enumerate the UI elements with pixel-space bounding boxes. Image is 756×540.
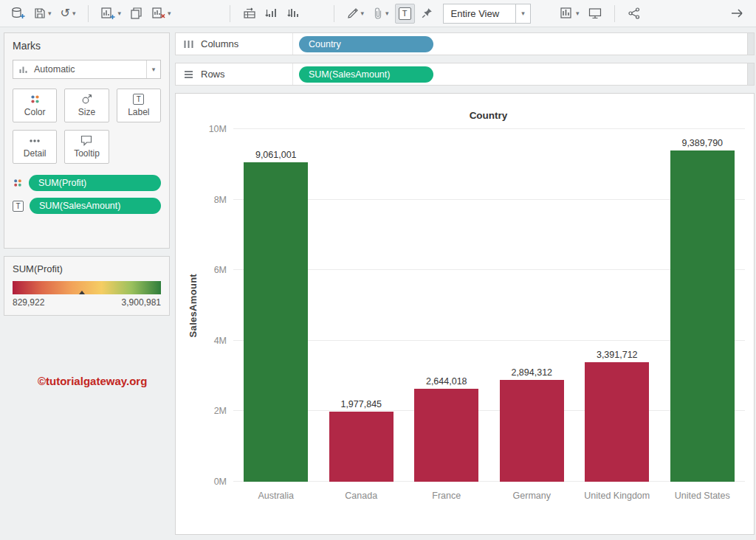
show-mark-labels-button[interactable]: T — [395, 4, 415, 24]
attach-button[interactable]: ▾ — [370, 4, 392, 24]
caret-down-icon: ▾ — [576, 10, 580, 17]
chart-body: SalesAmount 0M2M4M6M8M10M 9,061,0011,977… — [185, 129, 745, 503]
new-data-source-button[interactable] — [7, 4, 28, 24]
y-axis-title-text: SalesAmount — [188, 274, 199, 337]
presentation-icon — [588, 7, 602, 19]
caret-down-icon: ▾ — [48, 10, 52, 17]
detail-dots-icon — [29, 136, 41, 146]
bar-slot: 2,894,312 — [489, 129, 575, 482]
columns-icon — [183, 39, 194, 49]
mark-pill-row: T SUM(SalesAmount) — [13, 198, 161, 214]
color-legend-card: SUM(Profit) 829,922 3,900,981 — [4, 256, 170, 316]
bar-value-label: 3,391,712 — [597, 350, 638, 360]
x-axis-label: Germany — [489, 489, 575, 503]
y-axis-tick-label: 2M — [214, 406, 227, 416]
legend-max-value: 3,900,981 — [122, 297, 161, 308]
y-axis-tick-label: 4M — [214, 336, 227, 346]
bar-germany[interactable] — [500, 380, 564, 482]
shelf-scroll-button[interactable] — [747, 63, 754, 85]
rows-icon — [183, 69, 194, 80]
presentation-mode-button[interactable] — [585, 4, 605, 24]
pin-icon — [422, 7, 433, 19]
new-worksheet-icon — [101, 7, 115, 20]
pill-sum-salesamount[interactable]: SUM(SalesAmount) — [30, 198, 161, 214]
sort-ascending-button[interactable] — [262, 4, 281, 24]
bar-united-states[interactable] — [670, 150, 735, 482]
toolbar-separator — [230, 5, 230, 22]
tooltip-bubble-icon — [80, 135, 92, 146]
bar-slot: 9,061,001 — [233, 129, 319, 482]
pill-country[interactable]: Country — [299, 36, 433, 52]
mark-type-dropdown[interactable]: Automatic ▾ — [13, 60, 161, 79]
pill-sum-salesamount-rows[interactable]: SUM(SalesAmount) — [299, 66, 433, 83]
fit-selector-caret[interactable]: ▾ — [515, 4, 530, 23]
color-dots-icon — [30, 94, 41, 105]
toolbar: ▾ ↺ ▾ ▾ ▾ ▾ ▾ T Entire View — [0, 0, 756, 27]
marks-card: Marks Automatic ▾ Color Size T Label — [4, 32, 170, 249]
tooltip-button[interactable]: Tooltip — [64, 130, 109, 164]
sort-ascending-icon — [265, 7, 278, 19]
size-button-label: Size — [78, 107, 95, 117]
workspace: Marks Automatic ▾ Color Size T Label — [0, 27, 756, 539]
label-t-icon: T — [133, 94, 144, 105]
watermark: ©tutorialgateway.org — [38, 375, 170, 387]
size-icon — [81, 94, 92, 105]
detail-button[interactable]: Detail — [13, 130, 57, 164]
x-axis-label: Canada — [319, 489, 405, 503]
save-button[interactable]: ▾ — [31, 4, 55, 24]
pin-button[interactable] — [418, 4, 437, 24]
share-button[interactable] — [625, 4, 644, 24]
fit-selector-value: Entire View — [444, 8, 516, 19]
show-me-button[interactable]: ▾ — [557, 4, 583, 24]
size-button[interactable]: Size — [64, 89, 109, 122]
toolbar-separator — [334, 5, 334, 22]
bar-australia[interactable] — [244, 162, 308, 482]
mark-type-caret[interactable]: ▾ — [146, 60, 160, 78]
label-button[interactable]: T Label — [117, 89, 161, 122]
rows-shelf-label: Rows — [183, 69, 292, 80]
clear-sheet-button[interactable]: ▾ — [149, 4, 174, 24]
chart-title: Country — [232, 110, 745, 121]
rows-shelf: Rows SUM(SalesAmount) — [175, 63, 755, 86]
x-axis-labels: AustraliaCanadaFranceGermanyUnited Kingd… — [233, 482, 745, 503]
shelf-divider — [292, 33, 293, 55]
label-t-icon: T — [13, 201, 24, 212]
legend-min-value: 829,922 — [13, 297, 44, 308]
columns-shelf-label: Columns — [183, 38, 292, 49]
mark-pill-row: SUM(Profit) — [13, 175, 161, 191]
shelf-scroll-button[interactable] — [747, 33, 754, 55]
bar-canada[interactable] — [329, 412, 394, 482]
legend-marker[interactable] — [79, 291, 85, 294]
duplicate-sheet-button[interactable] — [127, 4, 146, 24]
color-dots-icon — [13, 178, 23, 188]
x-axis-label: United Kingdom — [574, 489, 660, 503]
undo-button[interactable]: ↺ ▾ — [58, 4, 79, 24]
tooltip-button-label: Tooltip — [74, 148, 100, 159]
chart-title-row: Country — [185, 101, 745, 129]
sort-descending-button[interactable] — [284, 4, 303, 24]
y-axis-title: SalesAmount — [185, 129, 201, 482]
pill-sum-profit[interactable]: SUM(Profit) — [29, 175, 161, 191]
highlight-pen-icon — [347, 7, 359, 19]
caret-down-icon: ▾ — [521, 10, 525, 17]
sheet-area: Columns Country Rows SUM(SalesAmount) Co… — [175, 32, 755, 535]
bar-slot: 1,977,845 — [319, 129, 405, 482]
chart-area: Country SalesAmount 0M2M4M6M8M10M 9,061,… — [175, 93, 755, 535]
bar-united-kingdom[interactable] — [585, 362, 649, 482]
color-button-label: Color — [24, 107, 46, 117]
color-button[interactable]: Color — [13, 89, 57, 122]
caret-down-icon: ▾ — [168, 10, 171, 17]
pane-arrow-button[interactable] — [726, 4, 749, 24]
mark-type-value: Automatic — [29, 64, 146, 75]
y-axis-tick-label: 10M — [209, 124, 227, 134]
clear-sheet-icon — [152, 7, 165, 19]
legend-gradient[interactable] — [13, 281, 161, 294]
highlight-button[interactable]: ▾ — [344, 4, 368, 24]
bar-value-label: 2,644,018 — [426, 376, 467, 387]
new-worksheet-button[interactable]: ▾ — [98, 4, 124, 24]
swap-axes-button[interactable] — [240, 4, 259, 24]
fit-selector[interactable]: Entire View ▾ — [443, 4, 532, 24]
label-t-icon: T — [399, 7, 411, 20]
y-axis-tick-label: 8M — [214, 195, 227, 205]
bar-france[interactable] — [414, 389, 478, 482]
